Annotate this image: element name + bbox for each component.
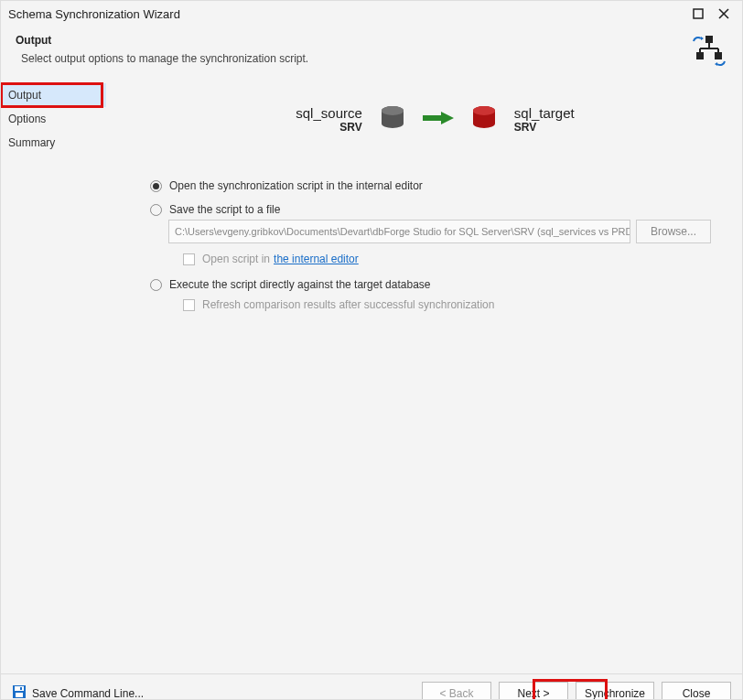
highlight-next-button [533, 679, 608, 700]
radio-label: Save the script to a file [169, 203, 280, 216]
sidebar-item-summary[interactable]: Summary [1, 131, 106, 155]
target-name: sql_target [514, 105, 575, 121]
svg-rect-4 [696, 52, 704, 59]
browse-label: Browse... [651, 225, 696, 238]
save-cmd-label: Save Command Line... [32, 687, 144, 700]
database-source-icon [379, 105, 406, 134]
file-path-value: C:\Users\evgeny.gribkov\Documents\Devart… [175, 226, 630, 237]
svg-rect-19 [16, 693, 23, 697]
schema-sync-icon [691, 34, 727, 70]
sidebar-item-options[interactable]: Options [1, 107, 106, 131]
arrow-right-icon [423, 108, 454, 132]
radio-icon [150, 204, 162, 216]
svg-rect-5 [715, 52, 722, 59]
sidebar: Output Options Summary [1, 83, 106, 673]
radio-label: Open the synchronization script in the i… [169, 179, 423, 192]
file-path-input[interactable]: C:\Users\evgeny.gribkov\Documents\Devart… [168, 220, 630, 243]
source-name: sql_source [296, 105, 362, 121]
radio-open-editor[interactable]: Open the synchronization script in the i… [150, 179, 729, 192]
database-target-icon [470, 105, 498, 134]
highlight-sidebar-output [0, 82, 103, 108]
refresh-label: Refresh comparison results after success… [202, 298, 494, 311]
back-label: < Back [439, 687, 473, 700]
sync-diagram: sql_source SRV [141, 105, 729, 134]
back-button[interactable]: < Back [422, 682, 491, 701]
close-label: Close [683, 687, 711, 700]
svg-rect-18 [15, 686, 24, 691]
close-window-button[interactable] [713, 5, 735, 23]
radio-icon [150, 180, 162, 192]
page-subtitle: Select output options to manage the sync… [16, 52, 691, 65]
radio-label: Execute the script directly against the … [169, 278, 431, 291]
radio-icon [150, 279, 162, 291]
radio-execute[interactable]: Execute the script directly against the … [150, 278, 729, 291]
checkbox-refresh[interactable]: Refresh comparison results after success… [183, 298, 729, 311]
target-srv: SRV [514, 121, 575, 134]
sidebar-item-label: Summary [8, 136, 55, 149]
checkbox-icon [183, 253, 195, 265]
svg-rect-0 [694, 9, 703, 18]
open-script-prefix: Open script in [202, 253, 270, 265]
page-title: Output [16, 34, 691, 47]
close-button[interactable]: Close [662, 682, 731, 701]
source-srv: SRV [296, 121, 362, 134]
main-panel: sql_source SRV [106, 83, 742, 673]
internal-editor-link[interactable]: the internal editor [274, 253, 359, 265]
footer: Save Command Line... < Back Next > Synch… [1, 673, 742, 700]
svg-point-13 [382, 106, 404, 115]
sidebar-item-label: Options [8, 113, 46, 125]
wizard-header: Output Select output options to manage t… [1, 27, 742, 83]
titlebar: Schema Synchronization Wizard [1, 1, 742, 27]
browse-button[interactable]: Browse... [636, 220, 711, 243]
svg-marker-11 [715, 62, 717, 66]
save-icon [12, 684, 27, 700]
save-command-line-button[interactable]: Save Command Line... [12, 684, 144, 700]
checkbox-open-script[interactable]: Open script in the internal editor [183, 253, 729, 265]
maximize-button[interactable] [687, 5, 709, 23]
window-title: Schema Synchronization Wizard [8, 7, 684, 21]
svg-marker-10 [701, 37, 704, 40]
svg-marker-14 [423, 112, 454, 124]
svg-rect-20 [20, 687, 22, 690]
radio-save-file[interactable]: Save the script to a file [150, 203, 729, 216]
svg-point-16 [473, 106, 495, 115]
svg-rect-3 [705, 36, 713, 43]
checkbox-icon [183, 299, 195, 311]
